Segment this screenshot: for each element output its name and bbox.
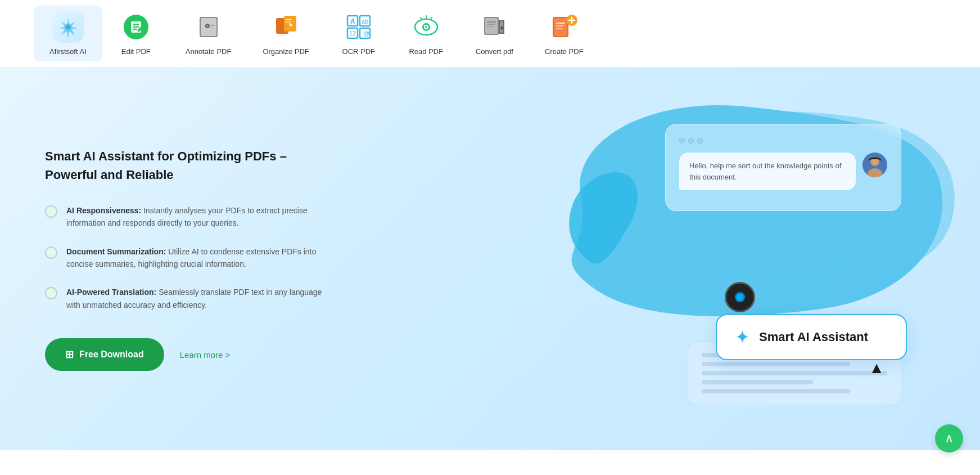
- nav-item-annotate-pdf[interactable]: Annotate PDF: [170, 6, 247, 61]
- cursor-icon: ▲: [869, 359, 884, 377]
- nav-label-ocr-pdf: OCR PDF: [342, 47, 376, 56]
- svg-rect-41: [556, 23, 565, 24]
- nav-icons-row: Afirstsoft AI Edit PDF: [0, 0, 980, 68]
- svg-rect-34: [487, 24, 495, 25]
- convert-pdf-icon: [478, 11, 510, 43]
- chat-card: Hello, help me sort out the knowledge po…: [665, 124, 901, 211]
- feature-list: AI Responsiveness: Instantly analyses yo…: [45, 204, 337, 311]
- feature-text-ai-translation: AI-Powered Translation: Seamlessly trans…: [66, 286, 337, 311]
- feature-bold-1: AI Responsiveness:: [66, 206, 141, 215]
- nav-label-organize-pdf: Organize PDF: [263, 47, 309, 56]
- nav-item-create-pdf[interactable]: Create PDF: [529, 6, 599, 61]
- robot-eye: [725, 282, 755, 312]
- learn-more-button[interactable]: Learn more >: [180, 350, 231, 360]
- chat-window-controls: [679, 138, 887, 144]
- ai-button-label: Smart AI Assistant: [759, 330, 868, 344]
- svg-point-27: [425, 26, 427, 28]
- svg-line-29: [431, 17, 432, 19]
- feature-dot-2: [45, 247, 57, 259]
- hero-actions: ⊞ Free Download Learn more >: [45, 338, 337, 371]
- nav-label-read-pdf: Read PDF: [409, 47, 443, 56]
- window-dot-1: [679, 138, 685, 144]
- nav-label-edit-pdf: Edit PDF: [121, 47, 151, 56]
- nav-item-organize-pdf[interactable]: Organize PDF: [247, 6, 324, 61]
- nav-item-ocr-pdf[interactable]: A ab 12 !@ OCR PDF: [325, 6, 392, 61]
- hero-title: Smart AI Assistant for Optimizing PDFs –…: [45, 147, 337, 184]
- svg-rect-42: [556, 25, 564, 26]
- nav-item-afirstsoft-ai[interactable]: Afirstsoft AI: [34, 6, 102, 61]
- ai-star-icon: ✦: [735, 326, 750, 348]
- feature-text-ai-responsiveness: AI Responsiveness: Instantly analyses yo…: [66, 204, 337, 230]
- svg-text:12: 12: [349, 30, 356, 37]
- organize-pdf-icon: [270, 11, 302, 43]
- feature-text-doc-summarization: Document Summarization: Utilize AI to co…: [66, 245, 337, 271]
- nav-label-create-pdf: Create PDF: [545, 47, 584, 56]
- feature-item-ai-responsiveness: AI Responsiveness: Instantly analyses yo…: [45, 204, 337, 230]
- svg-rect-40: [554, 18, 567, 36]
- svg-text:A: A: [350, 17, 355, 25]
- afirstsoft-ai-icon: [52, 11, 84, 43]
- nav-label-convert-pdf: Convert pdf: [476, 47, 513, 56]
- hero-section: Smart AI Assistant for Optimizing PDFs –…: [0, 68, 980, 450]
- doc-line-4: [702, 380, 813, 384]
- chat-message-row: Hello, help me sort out the knowledge po…: [679, 153, 887, 190]
- feature-bold-3: AI-Powered Translation:: [66, 288, 156, 297]
- svg-point-9: [206, 25, 209, 27]
- nav-label-afirstsoft-ai: Afirstsoft AI: [49, 47, 87, 56]
- doc-line-5: [702, 389, 850, 393]
- ocr-pdf-icon: A ab 12 !@: [343, 11, 374, 43]
- feature-dot-3: [45, 287, 57, 299]
- svg-line-30: [421, 17, 422, 19]
- chat-avatar: [862, 153, 887, 177]
- window-dot-2: [688, 138, 694, 144]
- doc-line-3: [702, 371, 887, 375]
- svg-text:ab: ab: [362, 18, 368, 25]
- nav-label-annotate-pdf: Annotate PDF: [186, 47, 232, 56]
- nav-item-convert-pdf[interactable]: Convert pdf: [460, 6, 529, 61]
- annotate-pdf-icon: [193, 11, 224, 43]
- svg-rect-11: [211, 27, 214, 28]
- svg-point-50: [871, 158, 878, 165]
- hero-illustration: Hello, help me sort out the knowledge po…: [337, 101, 935, 416]
- svg-rect-15: [285, 21, 291, 23]
- learn-more-label: Learn more >: [180, 350, 231, 360]
- scroll-up-icon: ∧: [945, 431, 954, 446]
- free-download-button[interactable]: ⊞ Free Download: [45, 338, 164, 371]
- nav-item-edit-pdf[interactable]: Edit PDF: [102, 6, 170, 61]
- feature-dot-1: [45, 205, 57, 218]
- windows-icon: ⊞: [65, 348, 74, 361]
- download-label: Free Download: [79, 349, 144, 360]
- svg-rect-10: [211, 25, 215, 26]
- svg-rect-35: [487, 26, 494, 27]
- svg-rect-14: [285, 19, 292, 20]
- svg-rect-33: [487, 21, 496, 23]
- robot-pupil: [735, 292, 745, 302]
- read-pdf-icon: [410, 11, 442, 43]
- ai-assistant-button-card[interactable]: ✦ Smart AI Assistant: [716, 314, 907, 360]
- doc-line-2: [702, 362, 850, 366]
- scroll-to-top-button[interactable]: ∧: [935, 424, 963, 450]
- svg-point-0: [65, 24, 71, 30]
- feature-item-ai-translation: AI-Powered Translation: Seamlessly trans…: [45, 286, 337, 311]
- hero-left-content: Smart AI Assistant for Optimizing PDFs –…: [45, 147, 337, 371]
- create-pdf-icon: [548, 11, 580, 43]
- edit-pdf-icon: [120, 11, 152, 43]
- chat-bubble: Hello, help me sort out the knowledge po…: [679, 153, 856, 190]
- svg-text:!@: !@: [362, 30, 369, 37]
- svg-rect-43: [556, 28, 563, 29]
- feature-item-doc-summarization: Document Summarization: Utilize AI to co…: [45, 245, 337, 271]
- nav-item-read-pdf[interactable]: Read PDF: [392, 6, 460, 61]
- window-dot-3: [697, 138, 703, 144]
- feature-bold-2: Document Summarization:: [66, 247, 166, 256]
